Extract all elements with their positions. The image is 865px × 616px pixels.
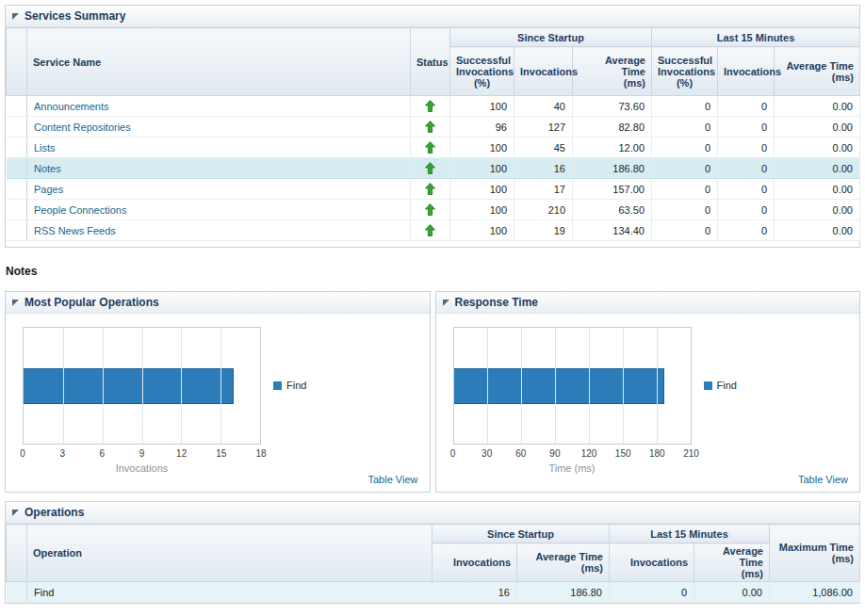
col-maximum-time[interactable]: Maximum Time (ms): [770, 525, 860, 582]
col-l15-invocations[interactable]: Invocations: [718, 47, 775, 96]
table-row[interactable]: RSS News Feeds 100 19 134.40 0 0 0.00: [7, 220, 860, 241]
gridline: [181, 328, 182, 444]
colgroup-last-15-minutes: Last 15 Minutes: [652, 28, 860, 47]
cell-l15-successful: 0: [652, 96, 718, 117]
service-link[interactable]: People Connections: [34, 204, 126, 216]
row-header-cell: [7, 582, 27, 603]
colgroup-since-startup: Since Startup: [432, 525, 610, 543]
col-l15-average-time[interactable]: Average Time (ms): [694, 543, 770, 582]
x-tick-label: 0: [450, 448, 456, 459]
row-header-cell: [7, 220, 27, 241]
cell-l15-successful: 0: [652, 200, 718, 220]
chart-body: 0306090120150180210 Time (ms) Find Table…: [436, 314, 860, 493]
service-link[interactable]: Announcements: [34, 101, 109, 112]
services-summary-panel: Services Summary Service Name Status Sin…: [5, 5, 860, 248]
col-l15-average-time[interactable]: Average Time (ms): [775, 47, 860, 96]
cell-l15-average-time: 0.00: [775, 158, 860, 179]
table-row[interactable]: People Connections 100 210 63.50 0 0 0.0…: [7, 200, 860, 220]
row-header-cell: [7, 117, 27, 138]
cell-l15-average-time: 0.00: [775, 220, 860, 241]
status-cell: [411, 200, 450, 220]
cell-si-successful: 100: [450, 96, 514, 117]
col-si-average-time[interactable]: Average Time (ms): [517, 543, 610, 582]
cell-l15-average-time: 0.00: [775, 117, 860, 138]
services-summary-title: Services Summary: [24, 9, 125, 23]
cell-l15-successful: 0: [652, 138, 718, 158]
row-header-cell: [7, 200, 27, 220]
disclosure-triangle-icon[interactable]: [12, 510, 19, 516]
legend: Find: [704, 380, 737, 391]
response-time-panel: Response Time 0306090120150180210 Time (…: [435, 291, 861, 493]
cell-si-successful: 100: [450, 220, 514, 241]
legend-swatch: [704, 381, 712, 390]
services-summary-table: Service Name Status Since Startup Last 1…: [6, 27, 860, 241]
chart-bar[interactable]: [24, 368, 234, 404]
service-link[interactable]: Notes: [34, 163, 61, 174]
status-cell: [411, 117, 450, 138]
disclosure-triangle-icon[interactable]: [12, 13, 19, 20]
x-ticks: 0306090120150180210: [453, 448, 692, 460]
x-tick-label: 90: [549, 448, 560, 459]
gridline: [657, 328, 658, 444]
row-header-cell: [7, 158, 27, 179]
service-link[interactable]: Content Repositories: [34, 122, 131, 133]
table-row-selected[interactable]: Notes 100 16 186.80 0 0 0.00: [7, 158, 860, 179]
gridline: [142, 328, 143, 444]
cell-si-invocations: 19: [514, 220, 573, 241]
charts-row: Most Popular Operations 0369121518 Invoc…: [5, 291, 860, 493]
x-tick-label: 6: [100, 448, 106, 459]
cell-l15-invocations: 0: [718, 117, 775, 138]
cell-l15-average-time: 0.00: [775, 200, 860, 220]
cell-l15-invocations: 0: [718, 220, 775, 241]
col-status[interactable]: Status: [411, 28, 450, 96]
cell-l15-invocations: 0: [718, 138, 775, 158]
cell-si-invocations: 45: [514, 138, 573, 158]
cell-maximum-time: 1,086.00: [770, 582, 860, 603]
status-cell: [411, 96, 450, 117]
table-view-link[interactable]: Table View: [798, 474, 848, 485]
col-operation[interactable]: Operation: [27, 525, 432, 582]
gridline: [521, 328, 522, 444]
response-time-title: Response Time: [455, 296, 538, 309]
col-service-name[interactable]: Service Name: [27, 28, 411, 96]
row-header-cell: [7, 96, 27, 117]
table-row[interactable]: Announcements 100 40 73.60 0 0 0.00: [7, 96, 860, 117]
service-link[interactable]: Lists: [34, 142, 56, 154]
table-row[interactable]: Pages 100 17 157.00 0 0 0.00: [7, 179, 860, 200]
cell-si-successful: 100: [450, 200, 514, 220]
service-link[interactable]: Pages: [34, 184, 63, 195]
cell-si-invocations: 210: [514, 200, 573, 220]
cell-l15-successful: 0: [652, 179, 718, 200]
col-si-average-time[interactable]: Average Time (ms): [573, 47, 652, 96]
service-name-cell: Pages: [27, 179, 411, 200]
col-l15-invocations[interactable]: Invocations: [610, 543, 694, 582]
page: Services Summary Service Name Status Sin…: [0, 0, 865, 616]
gridline: [220, 328, 221, 444]
col-l15-successful-invocations[interactable]: Successful Invocations (%): [652, 47, 718, 96]
chart-bar[interactable]: [454, 368, 664, 404]
disclosure-triangle-icon[interactable]: [443, 300, 449, 306]
status-up-arrow-icon: [425, 224, 435, 236]
status-up-arrow-icon: [425, 203, 435, 216]
chart-body: 0369121518 Invocations Find Table View: [6, 314, 430, 493]
operations-header: Operations: [6, 502, 859, 524]
services-summary-header: Services Summary: [6, 6, 859, 27]
x-tick-label: 120: [581, 448, 597, 459]
disclosure-triangle-icon[interactable]: [12, 300, 19, 306]
col-si-invocations[interactable]: Invocations: [432, 543, 517, 582]
col-si-successful-invocations[interactable]: Successful Invocations (%): [450, 47, 514, 96]
row-header-column: [7, 28, 27, 96]
table-view-link[interactable]: Table View: [368, 474, 418, 485]
x-tick-label: 180: [649, 448, 665, 459]
cell-l15-invocations: 0: [718, 200, 775, 220]
table-row[interactable]: Content Repositories 96 127 82.80 0 0 0.…: [7, 117, 860, 138]
table-row-selected[interactable]: Find 16 186.80 0 0.00 1,086.00: [7, 582, 860, 603]
col-si-invocations[interactable]: Invocations: [514, 47, 573, 96]
service-link[interactable]: RSS News Feeds: [34, 225, 116, 236]
cell-l15-average-time: 0.00: [775, 138, 860, 158]
cell-si-average-time: 12.00: [573, 138, 652, 158]
x-tick-label: 3: [59, 448, 65, 459]
legend: Find: [273, 380, 306, 391]
operations-table: Operation Since Startup Last 15 Minutes …: [6, 524, 860, 603]
table-row[interactable]: Lists 100 45 12.00 0 0 0.00: [7, 138, 860, 158]
